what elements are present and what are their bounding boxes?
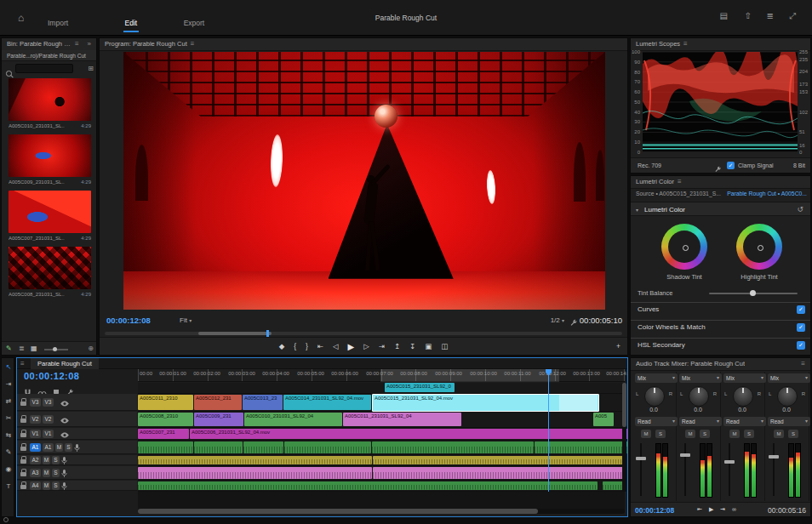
list-view-icon[interactable]: ≣ [19, 345, 25, 352]
lock-icon[interactable] [20, 419, 26, 423]
track-mute-button[interactable]: M [43, 481, 50, 490]
track-output-eye-icon[interactable] [60, 395, 69, 410]
bin-breadcrumb[interactable]: Parable...ro)/Parable Rough Cut [2, 50, 97, 61]
automation-mode-select[interactable]: Read▾ [679, 417, 722, 426]
color-wheels-checkbox[interactable]: ✓ [797, 323, 805, 332]
bit-depth-label[interactable]: 8 Bit [793, 162, 805, 168]
timeline-audio-clip[interactable] [372, 441, 534, 453]
pan-knob[interactable] [689, 386, 709, 407]
mute-button[interactable]: M [685, 430, 695, 438]
colorspace-label[interactable]: Rec. 709 [638, 162, 661, 168]
source-track-badge[interactable]: A4 [30, 481, 41, 490]
volume-fader-handle[interactable] [724, 460, 735, 464]
export-frame-icon[interactable]: ▣ [425, 342, 432, 350]
shadow-tint-wheel[interactable] [661, 224, 707, 270]
timeline-tab[interactable]: Parable Rough Cut [31, 358, 99, 369]
timeline-clip[interactable]: A005C011_2310 [138, 395, 193, 410]
pan-value[interactable]: 0.0 [721, 407, 763, 413]
timeline-audio-clip[interactable] [243, 441, 283, 453]
track-mute-button[interactable]: M [55, 443, 63, 452]
tint-balance-slider-handle[interactable] [750, 290, 756, 296]
send-assign-select[interactable]: Mix▾ [768, 373, 810, 383]
timeline-audio-clip[interactable] [138, 481, 598, 490]
automation-mode-select[interactable]: Read▾ [635, 417, 678, 426]
lumetri-section-hsl-secondary[interactable]: HSL Secondary ✓ [631, 338, 810, 352]
pan-value[interactable]: 0.0 [677, 407, 719, 413]
timeline-clip-selected[interactable]: A005C015_231031_SL92_04.mov [372, 394, 599, 412]
panel-menu-icon[interactable]: ≡ [75, 38, 79, 50]
target-track-badge[interactable]: V3 [43, 398, 54, 407]
send-assign-select[interactable]: Mix▾ [635, 373, 678, 383]
lock-icon[interactable] [20, 447, 26, 451]
tint-balance-slider[interactable] [709, 293, 798, 294]
panel-menu-icon[interactable]: ≡ [678, 176, 682, 188]
timeline-audio-clip[interactable] [138, 441, 193, 453]
pan-value[interactable]: 0.0 [765, 407, 808, 413]
track-output-eye-icon[interactable] [60, 412, 69, 427]
timeline-clip[interactable]: A005C013_23 [243, 395, 283, 410]
play-icon[interactable]: ▶ [348, 342, 355, 351]
timeline-clip[interactable]: A005C015_231031_SL92_0 [385, 383, 455, 392]
mute-button[interactable]: M [641, 430, 651, 438]
scrub-playhead[interactable] [266, 330, 269, 337]
solo-button[interactable]: S [744, 430, 754, 438]
comparison-view-icon[interactable]: ◫ [441, 342, 448, 350]
scope-settings-wrench-icon[interactable] [714, 162, 722, 174]
add-marker-icon[interactable]: ◆ [279, 342, 285, 350]
timeline-clip[interactable]: A005C010_231031_SL92_04 [244, 413, 342, 426]
ripple-edit-tool[interactable]: ⇄ [2, 397, 14, 405]
pan-knob[interactable] [777, 386, 798, 407]
pan-knob[interactable] [733, 386, 753, 407]
timeline-vertical-scrollbar[interactable] [622, 383, 626, 492]
send-assign-select[interactable]: Mix▾ [723, 373, 766, 383]
track-mute-button[interactable]: M [43, 456, 50, 464]
step-forward-icon[interactable]: ▷ [363, 342, 369, 350]
lumetri-section-color-wheels[interactable]: Color Wheels & Match ✓ [631, 320, 810, 334]
playhead-line[interactable] [548, 369, 549, 492]
bin-clip-thumbnail[interactable] [9, 191, 91, 233]
zoom-slider-handle[interactable] [53, 347, 57, 351]
bin-clip-name[interactable]: A005C008_231031_SL.. [9, 290, 65, 299]
extract-icon[interactable]: ↧ [409, 342, 415, 350]
panel-menu-icon[interactable]: ≡ [801, 358, 805, 370]
lift-icon[interactable]: ↥ [394, 342, 400, 350]
go-to-out-icon[interactable]: ⇥ [379, 342, 385, 350]
volume-fader-track[interactable] [773, 443, 775, 496]
panel-menu-icon[interactable]: ≡ [191, 38, 195, 50]
solo-button[interactable]: S [788, 430, 798, 438]
mark-in-icon[interactable]: { [294, 342, 296, 350]
panel-menu-icon[interactable]: ≡ [683, 38, 688, 50]
track-output-eye-icon[interactable] [60, 426, 69, 441]
timeline-audio-clip[interactable] [373, 467, 626, 479]
step-back-icon[interactable]: ◁ [333, 342, 339, 350]
timeline-audio-clip[interactable] [138, 456, 372, 464]
program-timecode[interactable]: 00:00:12:08 [106, 316, 151, 325]
voiceover-mic-icon[interactable] [74, 440, 80, 455]
volume-fader-handle[interactable] [636, 457, 646, 460]
bin-search-input[interactable] [15, 64, 73, 73]
timeline-clip[interactable]: A005C011_231031_SL92_04 [343, 413, 461, 426]
lock-icon[interactable] [20, 459, 26, 464]
timeline-timecode[interactable]: 00:00:12:08 [24, 371, 79, 381]
pen-tool[interactable]: ✎ [2, 448, 14, 456]
target-track-badge[interactable]: V1 [43, 430, 54, 438]
lock-icon[interactable] [20, 402, 26, 406]
loop-icon[interactable]: ∞ [732, 506, 736, 512]
pan-value[interactable]: 0.0 [632, 407, 675, 413]
workspaces-menu-icon[interactable]: ≣ [767, 11, 774, 20]
track-solo-button[interactable]: S [52, 481, 60, 490]
source-track-badge[interactable]: V1 [30, 430, 41, 438]
automation-mode-select[interactable]: Read▾ [768, 417, 810, 426]
volume-fader-track[interactable] [729, 443, 730, 496]
timeline-clip[interactable]: A005C008_2310 [138, 413, 193, 426]
panel-menu-icon[interactable]: ≡ [20, 360, 25, 367]
volume-fader-handle[interactable] [680, 453, 690, 457]
playback-resolution-select[interactable]: 1/2 ▾ [551, 316, 564, 324]
automation-mode-select[interactable]: Read▾ [723, 417, 766, 426]
icon-view-icon[interactable]: ▦ [31, 345, 37, 352]
mixer-timecode[interactable]: 00:00:12:08 [635, 506, 674, 515]
voiceover-mic-icon[interactable] [61, 478, 67, 493]
clamp-signal-checkbox[interactable]: ✓ [727, 162, 735, 169]
new-bin-icon[interactable]: ⊞ [88, 65, 94, 72]
workspace-icon[interactable]: ▤ [720, 11, 728, 20]
